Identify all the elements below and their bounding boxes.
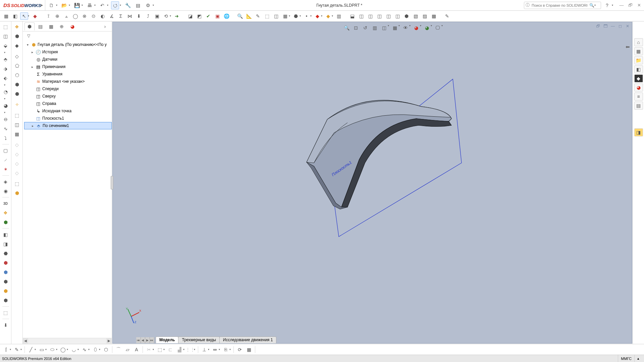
tool-icon[interactable]: ▦ — [2, 12, 10, 20]
convert-icon[interactable]: ⬚ — [156, 346, 164, 354]
feat-icon[interactable]: ⟋ — [1, 156, 10, 164]
tree-item[interactable]: Материал <не указан> — [42, 79, 85, 84]
feat-icon[interactable]: ◇ — [13, 169, 21, 177]
tool-icon[interactable]: Σ — [117, 12, 125, 20]
feat-icon[interactable]: ∿ — [1, 125, 10, 133]
orientation-triad[interactable]: X Y Z — [124, 306, 141, 323]
tool-icon[interactable]: ⬇ — [135, 12, 143, 20]
feat-icon[interactable]: ⬢ — [1, 296, 10, 304]
feat-icon[interactable]: ⬗ — [1, 65, 10, 73]
feat-icon[interactable]: ◆ — [13, 42, 21, 50]
tab-more[interactable]: › — [100, 22, 110, 31]
feat-icon[interactable]: ⬙ — [1, 42, 10, 50]
feat-icon[interactable]: ▦ — [13, 130, 21, 138]
feat-icon[interactable]: ⤵ — [1, 134, 10, 142]
print-icon[interactable]: 🖶 — [86, 1, 94, 9]
feat-icon[interactable]: ⬚ — [13, 111, 21, 119]
view-icon[interactable]: ◆ — [634, 74, 643, 82]
tool-icon[interactable]: ⬓ — [348, 12, 356, 20]
feat-icon[interactable]: ◇ — [13, 141, 21, 149]
view-icon[interactable]: ◕ — [634, 83, 643, 92]
feat-icon[interactable]: 3D — [1, 199, 10, 207]
feat-icon[interactable]: ⬚ — [1, 309, 10, 317]
tool-icon[interactable]: ▩ — [430, 12, 438, 20]
tab-3dviews[interactable]: Трехмерные виды — [178, 337, 219, 343]
slot-icon[interactable]: ⬭ — [48, 346, 56, 354]
feat-icon[interactable]: ⬚ — [1, 23, 10, 31]
view-icon[interactable]: ◨ — [634, 128, 643, 136]
options-icon[interactable]: ▤ — [134, 1, 142, 9]
arc-icon[interactable]: ◡ — [70, 346, 78, 354]
feat-icon[interactable]: ◇ — [13, 160, 21, 168]
feat-icon[interactable]: ⬢ — [1, 287, 10, 295]
tab-property[interactable]: ▤ — [35, 22, 45, 31]
tool-icon[interactable]: ◪ — [186, 12, 194, 20]
feat-icon[interactable]: ◇ — [13, 52, 21, 60]
tree-item[interactable]: Примечания — [42, 64, 65, 69]
settings-icon[interactable]: ⚙ — [144, 1, 152, 9]
tool-icon[interactable]: ▨ — [421, 12, 429, 20]
tool-icon[interactable]: • — [303, 12, 311, 20]
tool-icon[interactable]: ◫ — [384, 12, 392, 20]
tool-icon[interactable]: ▦ — [281, 12, 289, 20]
tool-icon[interactable]: ⋈ — [126, 12, 134, 20]
polygon-icon[interactable]: ⬡ — [102, 346, 110, 354]
plane-icon[interactable]: ▱ — [123, 346, 131, 354]
tool-icon[interactable]: 🌐 — [222, 12, 230, 20]
new-icon[interactable]: 🗋 — [47, 1, 55, 9]
feat-icon[interactable]: ◔ — [1, 88, 10, 96]
offset-icon[interactable]: ⊏ — [166, 346, 174, 354]
restore-button[interactable]: 🗗 — [627, 2, 633, 8]
filter-icon[interactable]: ▽ — [25, 33, 32, 39]
panel-hscroll[interactable]: ◀▶ — [23, 338, 112, 344]
feat-icon[interactable]: ⬢ — [1, 268, 10, 276]
relation-icon[interactable]: ⊥ — [200, 346, 208, 354]
tool-icon[interactable]: ▧ — [412, 12, 420, 20]
tree-item[interactable]: Сверху — [42, 94, 56, 99]
graphics-viewport[interactable]: ⬅ 🔍 ⊡ ↺ ▥ ◫▾ ▦▾ 👁▾ ◕▾ ◕▾ 🖵▾ 🗗 🗖 — ◻ ✕ — [112, 22, 632, 344]
view-icon[interactable]: 📁 — [634, 56, 643, 64]
feat-icon[interactable]: ⬠ — [13, 62, 21, 70]
app-logo[interactable]: DSSOLIDWORKS ▶ — [2, 0, 45, 10]
feat-icon[interactable]: ⬢ — [13, 80, 21, 88]
tool-icon[interactable]: ◩ — [195, 12, 203, 20]
search-input[interactable] — [531, 3, 588, 8]
feat-icon[interactable]: ❖ — [13, 23, 21, 31]
feat-icon[interactable]: ⬚ — [13, 180, 21, 188]
tool-icon[interactable]: ◆ — [324, 12, 332, 20]
quick-snap-icon[interactable]: ⟳ — [236, 346, 244, 354]
status-arrow[interactable]: ▴ — [634, 355, 642, 362]
feat-icon[interactable]: ❖ — [1, 209, 10, 217]
feat-icon[interactable]: ⬖ — [1, 74, 10, 82]
text-icon[interactable]: A — [132, 346, 141, 354]
tool-icon[interactable]: ◆ — [313, 12, 321, 20]
select-icon[interactable]: ⭯ — [111, 1, 119, 9]
tree-item[interactable]: Плоскость1 — [42, 116, 64, 121]
tool-icon[interactable]: ◫ — [375, 12, 383, 20]
tool-icon[interactable]: ◫ — [357, 12, 365, 20]
open-icon[interactable]: 📂 — [60, 1, 68, 9]
search-icon[interactable]: 🔍 — [589, 3, 594, 8]
tool-icon[interactable]: 🔍 — [236, 12, 244, 20]
trim-icon[interactable]: ✂ — [145, 346, 153, 354]
repair-icon[interactable]: ⎘ — [222, 346, 230, 354]
tab-scroll[interactable]: ⏮◀▶⏭ — [136, 337, 154, 343]
view-icon[interactable]: ▤ — [634, 102, 643, 110]
rapid-sketch-icon[interactable]: ▦ — [245, 346, 253, 354]
feat-icon[interactable]: ◫ — [1, 32, 10, 40]
help-icon[interactable]: ? — [603, 1, 611, 9]
tree-item[interactable]: Исходная точка — [42, 109, 71, 113]
tool-icon[interactable]: ⊙ — [90, 12, 98, 20]
feat-icon[interactable]: ⬣ — [13, 90, 21, 98]
feat-icon[interactable]: ✧ — [13, 101, 21, 109]
tool-icon[interactable]: ✔ — [204, 12, 212, 20]
tool-icon[interactable]: ➜ — [173, 12, 181, 20]
cursor-icon[interactable]: ↖ — [20, 12, 28, 20]
tree-item[interactable]: Датчики — [42, 57, 57, 62]
tree-item[interactable]: Спереди — [42, 86, 59, 91]
tool-icon[interactable]: ◧ — [11, 12, 19, 20]
tree-item-selected[interactable]: По сечениям1 — [43, 123, 69, 128]
tab-dim[interactable]: ⊕ — [57, 22, 67, 31]
tool-icon[interactable]: ⬢ — [402, 12, 411, 20]
feat-icon[interactable]: ◈ — [1, 178, 10, 186]
